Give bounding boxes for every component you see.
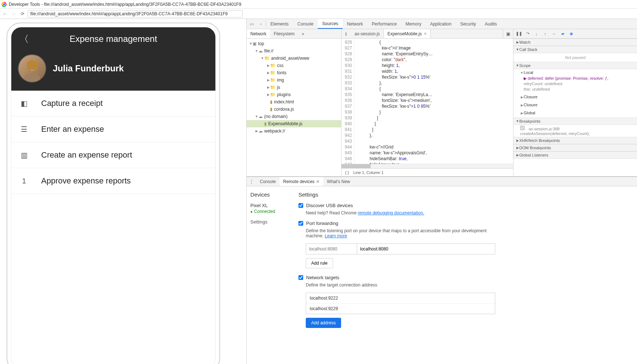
devtools-tabbar: ▭ ▫ ElementsConsoleSourcesNetworkPerform… — [247, 19, 637, 29]
tree-node[interactable]: ▼▣top — [247, 40, 341, 47]
code-tab[interactable]: ax-session.js — [351, 29, 384, 38]
braces-icon[interactable]: { } — [345, 170, 349, 175]
h-scrollbar[interactable] — [341, 164, 513, 168]
tree-node[interactable]: ▶📁css — [247, 62, 341, 69]
scope-closure1[interactable]: ▶Closure — [513, 94, 637, 102]
window-title: Developer Tools - file:///android_asset/… — [9, 2, 241, 7]
devtools-tab-sources[interactable]: Sources — [318, 19, 343, 29]
breakpoint-item[interactable]: ax-session.js:388 createAxSession(deferr… — [513, 125, 637, 137]
targets-list: localhost:9222localhost:9229 — [306, 293, 495, 314]
device-toggle-icon[interactable]: ▫ — [256, 21, 266, 27]
drawer-tab[interactable]: Console — [256, 177, 280, 186]
tree-node[interactable]: ▶📁img — [247, 76, 341, 84]
scope-local: ▼Local ▶ deferred: defer {promise: Promi… — [513, 69, 637, 94]
address-bar: ← → ⟳ file:///android_asset/www/index.ht… — [0, 9, 637, 19]
sources-subtab-network[interactable]: Network — [247, 29, 270, 38]
pause-exceptions-icon[interactable]: ◉ — [568, 31, 575, 37]
add-rule-button[interactable]: Add rule — [306, 258, 333, 268]
settings-link[interactable]: Settings — [250, 219, 291, 225]
tree-node[interactable]: ▶☁webpack:// — [247, 127, 341, 135]
code-editor[interactable]: 926 927 928 929 930 931 932 933 934 935 … — [341, 39, 513, 164]
sources-subtab-filesystem[interactable]: Filesystem — [270, 29, 298, 38]
tree-node[interactable]: ▶📁plugins — [247, 91, 341, 98]
scope-global[interactable]: ▶Global — [513, 110, 637, 118]
folder-icon: 📁 — [270, 63, 275, 68]
nav-back-button[interactable]: ← — [1, 10, 9, 17]
devtools-tab-application[interactable]: Application — [426, 19, 456, 29]
deactivate-bp-icon[interactable]: ▰ — [559, 31, 566, 37]
global-listeners-section[interactable]: ▶Global Listeners — [513, 151, 637, 159]
tree-node[interactable]: ▮ExpenseMobile.js — [247, 120, 341, 127]
devtools-tab-audits[interactable]: Audits — [480, 19, 501, 29]
usb-checkbox[interactable] — [298, 203, 303, 208]
app-title: Expense management — [70, 34, 157, 44]
drawer-tab[interactable]: Remote devices✕ — [280, 177, 323, 186]
app-menu-item[interactable]: 1Approve expense reports — [11, 168, 215, 194]
scope-var: ▶ deferred: defer {promise: Promise, res… — [524, 76, 635, 81]
add-address-button[interactable]: Add address — [306, 318, 341, 328]
tree-node[interactable]: ▶📁fonts — [247, 69, 341, 76]
app-menu-item[interactable]: ☰Enter an expense — [11, 116, 215, 142]
callstack-section[interactable]: ▼Call Stack — [513, 46, 637, 53]
device-item[interactable]: Pixel XL — [250, 203, 291, 208]
close-icon[interactable]: ✕ — [316, 179, 320, 184]
tree-label: fonts — [277, 70, 286, 75]
dom-bp-section[interactable]: ▶DOM Breakpoints — [513, 144, 637, 151]
back-icon[interactable]: 〈 — [19, 33, 29, 46]
toggle-nav-icon[interactable]: ▣ — [503, 29, 513, 39]
devtools-tab-console[interactable]: Console — [293, 19, 318, 29]
tree-node[interactable]: ▼☁(no domain) — [247, 113, 341, 120]
nav-forward-button[interactable]: → — [10, 10, 17, 17]
scope-section[interactable]: ▼Scope — [513, 62, 637, 69]
devtools-tab-security[interactable]: Security — [456, 19, 480, 29]
usb-help-link[interactable]: remote debugging documentation. — [358, 210, 424, 215]
ntargets-checkbox[interactable] — [298, 275, 303, 280]
port-local-input[interactable] — [306, 244, 357, 254]
nav-reload-button[interactable]: ⟳ — [19, 10, 26, 17]
devtools-tab-performance[interactable]: Performance — [367, 19, 401, 29]
tree-node[interactable]: ▼☁file:// — [247, 47, 341, 55]
tree-node[interactable]: ▮cordova.js — [247, 106, 341, 113]
url-input[interactable]: file:///android_asset/www/index.html#/ap… — [28, 10, 243, 17]
inspect-icon[interactable]: ▭ — [247, 21, 256, 27]
devtools-tab-network[interactable]: Network — [343, 19, 367, 29]
xhr-bp-section[interactable]: ▶XHR/fetch Breakpoints — [513, 137, 637, 144]
tree-node[interactable]: ▮index.html — [247, 98, 341, 106]
chrome-icon — [1, 2, 7, 7]
code-nav-icon[interactable]: ⫿ — [341, 31, 351, 36]
tree-node[interactable]: ▶📁js — [247, 84, 341, 91]
tree-node[interactable]: ▼📁android_asset/www — [247, 55, 341, 62]
port-remote-input[interactable] — [357, 244, 495, 254]
more-subtabs-icon[interactable]: » — [298, 31, 308, 36]
pause-icon[interactable]: ❚❚ — [516, 31, 522, 37]
file-navigator: NetworkFilesystem » ▼▣top▼☁file://▼📁andr… — [247, 29, 341, 176]
drawer-menu-icon[interactable]: ⋮ — [247, 179, 256, 184]
close-icon[interactable]: ✕ — [424, 32, 427, 36]
portfwd-help-link[interactable]: Learn more — [325, 233, 347, 238]
file-tree[interactable]: ▼▣top▼☁file://▼📁android_asset/www▶📁css▶📁… — [247, 39, 341, 176]
target-item[interactable]: localhost:9229 — [306, 304, 495, 314]
app-menu-item[interactable]: ▥Create an expense report — [11, 142, 215, 168]
portfwd-checkbox[interactable] — [298, 221, 303, 226]
devtools-tab-elements[interactable]: Elements — [266, 19, 293, 29]
scope-var: retryCount: undefined — [524, 81, 635, 87]
drawer-tab[interactable]: What's New — [323, 177, 354, 186]
bp-checkbox[interactable] — [520, 126, 525, 130]
code-body[interactable]: { kw-c">// Image name: 'ExpenseEntrySy… … — [355, 39, 513, 164]
target-item[interactable]: localhost:9222 — [306, 293, 495, 304]
breakpoints-section[interactable]: ▼Breakpoints — [513, 118, 637, 125]
app-menu-item[interactable]: ◧Capture a receipt — [11, 91, 215, 116]
remote-settings-panel: Settings Discover USB devices Need help?… — [295, 186, 499, 364]
folder-icon: 📁 — [270, 92, 275, 97]
ntargets-help: Define the target connection address — [306, 282, 495, 288]
step-into-icon[interactable]: ↓ — [533, 31, 540, 37]
code-tab[interactable]: ExpenseMobile.js✕ — [384, 29, 431, 38]
port-rule-row — [306, 244, 495, 254]
scope-closure2[interactable]: ▶Closure — [513, 102, 637, 110]
step-out-icon[interactable]: ↑ — [542, 31, 548, 37]
settings-header: Settings — [298, 191, 495, 198]
step-over-icon[interactable]: ↷ — [524, 31, 531, 37]
devtools-tab-memory[interactable]: Memory — [401, 19, 426, 29]
step-icon[interactable]: → — [551, 31, 557, 37]
watch-section[interactable]: ▶Watch — [513, 39, 637, 46]
